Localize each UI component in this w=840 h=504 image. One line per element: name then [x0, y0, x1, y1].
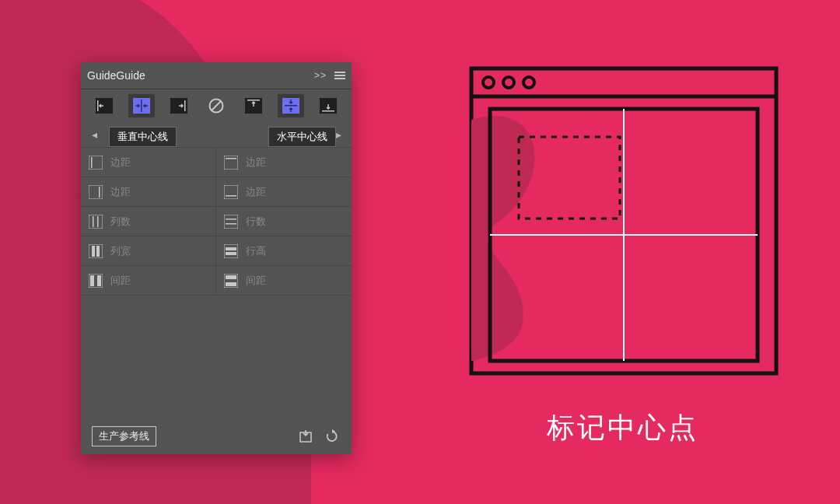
svg-rect-1	[97, 100, 99, 111]
guide-vertical-center-button[interactable]	[128, 94, 155, 117]
fields-column-right: 边距 边距 行数 行高 间距	[216, 147, 352, 295]
svg-rect-36	[226, 252, 236, 255]
svg-point-44	[503, 77, 514, 88]
svg-rect-34	[224, 244, 238, 258]
field-margin-left[interactable]: 边距	[81, 147, 216, 177]
field-row-gutter[interactable]: 间距	[216, 265, 352, 295]
field-label: 间距	[246, 274, 266, 288]
row-gutter-icon	[222, 273, 240, 289]
svg-rect-20	[97, 216, 99, 227]
generate-guides-button[interactable]: 生产参考线	[92, 426, 156, 446]
field-columns[interactable]: 列数	[81, 206, 216, 236]
guide-top-edge-button[interactable]	[240, 94, 267, 117]
svg-rect-13	[322, 110, 334, 112]
svg-rect-23	[96, 246, 100, 257]
margin-bottom-icon	[222, 184, 240, 200]
guide-right-edge-button[interactable]	[166, 94, 192, 117]
svg-rect-35	[226, 247, 236, 250]
svg-rect-3	[141, 100, 142, 112]
svg-rect-15	[91, 157, 93, 168]
panel-title: GuideGuide	[87, 69, 314, 82]
svg-rect-27	[224, 156, 238, 170]
margin-left-icon	[87, 155, 104, 170]
svg-point-45	[523, 77, 534, 88]
field-label: 行数	[246, 215, 266, 229]
svg-rect-18	[89, 215, 103, 229]
svg-rect-39	[226, 282, 236, 286]
tooltip-vertical-center: 垂直中心线	[109, 127, 177, 147]
svg-line-7	[212, 101, 221, 110]
svg-rect-26	[97, 275, 101, 286]
guideguide-panel: GuideGuide >> ◂ 库 ▸ 垂直中心线 水平中心线	[81, 62, 352, 454]
field-label: 边距	[110, 185, 131, 199]
svg-rect-22	[92, 246, 95, 257]
field-label: 列数	[110, 215, 131, 229]
tab-prev-icon[interactable]: ◂	[89, 128, 100, 141]
field-column-width[interactable]: 列宽	[81, 236, 216, 265]
svg-rect-25	[90, 275, 94, 286]
svg-rect-29	[224, 185, 238, 199]
svg-rect-21	[89, 244, 103, 258]
svg-rect-38	[226, 275, 236, 279]
panel-footer: 生产参考线	[81, 418, 352, 454]
panel-menu-icon[interactable]	[334, 72, 345, 79]
collapse-button[interactable]: >>	[314, 70, 327, 81]
rows-icon	[222, 214, 240, 229]
guide-toolbar	[81, 89, 352, 122]
col-gutter-icon	[87, 273, 104, 289]
svg-point-43	[483, 77, 494, 88]
tab-bar: ◂ 库 ▸ 垂直中心线 水平中心线	[81, 122, 352, 147]
svg-rect-11	[285, 105, 297, 107]
guide-bottom-edge-button[interactable]	[315, 94, 341, 117]
svg-rect-17	[99, 187, 100, 198]
margin-top-icon	[222, 155, 240, 170]
panel-header: GuideGuide >>	[81, 62, 352, 89]
field-rows[interactable]: 行数	[216, 206, 352, 236]
clear-guides-button[interactable]	[203, 94, 229, 117]
field-row-height[interactable]: 行高	[216, 236, 352, 265]
field-label: 边距	[246, 185, 266, 199]
field-column-gutter[interactable]: 间距	[81, 265, 216, 295]
svg-rect-5	[184, 100, 186, 111]
field-label: 边距	[110, 156, 131, 170]
fields-column-left: 边距 边距 列数 列宽 间距	[81, 147, 216, 295]
margin-right-icon	[87, 184, 104, 200]
svg-rect-32	[226, 219, 236, 220]
svg-rect-28	[226, 158, 236, 159]
col-width-icon	[87, 243, 104, 259]
field-label: 边距	[246, 156, 266, 170]
svg-rect-19	[93, 216, 94, 227]
fields-grid: 边距 边距 列数 列宽 间距 边距	[81, 147, 352, 295]
refresh-icon[interactable]	[324, 428, 341, 445]
svg-rect-9	[247, 100, 260, 101]
field-margin-top[interactable]: 边距	[216, 147, 352, 177]
svg-rect-33	[226, 223, 236, 225]
field-label: 间距	[110, 274, 131, 288]
tooltip-horizontal-center: 水平中心线	[268, 127, 336, 147]
columns-icon	[87, 214, 104, 229]
illustration-caption: 标记中心点	[467, 409, 778, 447]
field-label: 列宽	[110, 244, 131, 258]
illustration-window	[468, 65, 779, 376]
save-set-icon[interactable]	[297, 428, 314, 445]
svg-rect-30	[226, 195, 236, 197]
svg-rect-16	[89, 185, 103, 199]
svg-rect-14	[89, 156, 103, 170]
field-margin-bottom[interactable]: 边距	[216, 177, 352, 206]
svg-rect-31	[224, 215, 238, 229]
guide-left-edge-button[interactable]	[91, 94, 117, 117]
field-margin-right[interactable]: 边距	[81, 177, 216, 206]
guide-horizontal-center-button[interactable]	[278, 94, 304, 117]
row-height-icon	[222, 243, 240, 259]
field-label: 行高	[246, 244, 266, 258]
